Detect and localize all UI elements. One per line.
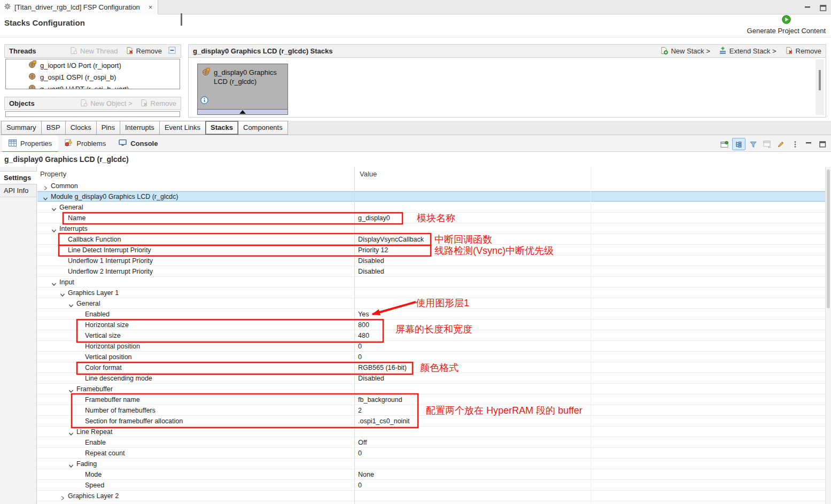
chevron-down-icon[interactable]	[51, 280, 57, 285]
property-row-name[interactable]: Nameg_display0	[37, 213, 826, 223]
property-value[interactable]: Yes	[358, 311, 369, 318]
canvas-scrollbar[interactable]	[816, 59, 824, 115]
edit-icon[interactable]	[775, 138, 787, 150]
property-row-vertical-position[interactable]: Vertical position0	[37, 352, 826, 362]
property-value[interactable]: Off	[358, 439, 367, 446]
sidebar-item-settings[interactable]: Settings	[0, 171, 37, 184]
maximize-icon[interactable]	[817, 138, 829, 150]
view-tab-console[interactable]: Console	[112, 136, 164, 152]
property-row-mode[interactable]: ModeNone	[37, 469, 826, 480]
config-tab-event-links[interactable]: Event Links	[159, 121, 206, 135]
property-row-line-detect-interrupt-priority[interactable]: Line Detect Interrupt PriorityPriority 1…	[37, 245, 826, 255]
property-row-line-repeat[interactable]: Line Repeat	[37, 427, 826, 437]
remove-object-button[interactable]: Remove	[140, 99, 176, 108]
property-row-general[interactable]: General	[37, 202, 826, 213]
property-row-line-descending-mode[interactable]: Line descending modeDisabled	[37, 373, 826, 384]
property-row-underflow-1-interrupt-priority[interactable]: Underflow 1 Interrupt PriorityDisabled	[37, 255, 826, 266]
tree-view-icon[interactable]	[732, 138, 745, 150]
thread-list-item[interactable]: g_ioport I/O Port (r_ioport)	[6, 59, 180, 71]
thread-list-scrollbar[interactable]	[181, 13, 182, 26]
property-row-speed[interactable]: Speed0	[37, 480, 826, 491]
property-row-common[interactable]: Common	[37, 181, 826, 191]
chevron-right-icon[interactable]	[60, 493, 65, 499]
view-tab-properties[interactable]: Properties	[2, 136, 58, 152]
thread-list-item[interactable]: g_ospi1 OSPI (r_ospi_b)	[6, 71, 180, 83]
remove-thread-button[interactable]: Remove	[126, 46, 162, 56]
editor-tab[interactable]: [Titan_driver_rgb_lcd] FSP Configuration…	[0, 0, 158, 14]
stack-node-expander[interactable]	[197, 110, 288, 115]
chevron-right-icon[interactable]	[43, 183, 48, 189]
property-value[interactable]: 0	[358, 449, 362, 457]
object-list[interactable]	[5, 111, 180, 117]
config-tab-pins[interactable]: Pins	[96, 121, 120, 135]
property-row-repeat-count[interactable]: Repeat count0	[37, 448, 826, 459]
info-icon[interactable]	[200, 96, 208, 106]
property-value[interactable]: Priority 12	[358, 246, 388, 254]
property-row-interrupts[interactable]: Interrupts	[37, 223, 826, 234]
property-value[interactable]: 0	[358, 353, 362, 361]
property-row-section-for-framebuffer-allocation[interactable]: Section for framebuffer allocation.ospi1…	[37, 416, 826, 427]
config-tab-summary[interactable]: Summary	[1, 121, 42, 135]
property-row-vertical-size[interactable]: Vertical size480	[37, 330, 826, 341]
config-tab-clocks[interactable]: Clocks	[65, 121, 97, 135]
remove-stack-button[interactable]: Remove	[785, 46, 821, 56]
stack-node-g-display0[interactable]: g_display0 Graphics LCD (r_glcdc)	[197, 64, 288, 115]
chevron-down-icon[interactable]	[51, 226, 57, 231]
pin-view-icon[interactable]	[718, 138, 731, 150]
chevron-down-icon[interactable]	[68, 461, 74, 467]
property-row-horizontal-size[interactable]: Horizontal size800	[37, 320, 826, 330]
thread-list-item[interactable]: g_uart8 UART (r_sci_b_uart)	[6, 83, 180, 89]
new-stack-button[interactable]: New Stack >	[660, 46, 710, 56]
property-value[interactable]: Disabled	[358, 375, 384, 382]
property-value[interactable]: 480	[358, 332, 369, 339]
property-value[interactable]: fb_background	[358, 396, 402, 404]
property-row-number-of-framebuffers[interactable]: Number of framebuffers2	[37, 405, 826, 416]
chevron-down-icon[interactable]	[43, 194, 48, 199]
property-row-enabled[interactable]: EnabledYes	[37, 309, 826, 320]
property-row-general[interactable]: General	[37, 298, 826, 309]
property-row-callback-function[interactable]: Callback FunctionDisplayVsyncCallback	[37, 234, 826, 245]
property-value[interactable]: 800	[358, 321, 369, 329]
minimize-icon[interactable]	[803, 138, 815, 150]
chevron-down-icon[interactable]	[68, 386, 74, 392]
chevron-down-icon[interactable]	[51, 205, 57, 210]
property-row-horizontal-position[interactable]: Horizontal position0	[37, 341, 826, 352]
property-value[interactable]: DisplayVsyncCallback	[358, 236, 424, 243]
new-object-button[interactable]: New Object >	[80, 99, 132, 108]
property-row-graphics-layer-1[interactable]: Graphics Layer 1	[37, 288, 826, 298]
generate-project-content-button[interactable]: Generate Project Content	[747, 15, 826, 35]
property-row-framebuffer[interactable]: Framebuffer	[37, 384, 826, 394]
chevron-down-icon[interactable]	[68, 301, 74, 306]
property-value[interactable]: .ospi1_cs0_noinit	[358, 417, 410, 425]
collapse-all-icon[interactable]	[168, 46, 176, 56]
property-row-graphics-layer-2[interactable]: Graphics Layer 2	[37, 491, 826, 501]
config-tab-bsp[interactable]: BSP	[41, 121, 66, 135]
close-icon[interactable]: ×	[149, 3, 153, 11]
config-tab-components[interactable]: Components	[238, 121, 288, 135]
sidebar-item-api-info[interactable]: API Info	[0, 184, 36, 197]
property-row-underflow-2-interrupt-priority[interactable]: Underflow 2 Interrupt PriorityDisabled	[37, 266, 826, 277]
property-row-framebuffer-name[interactable]: Framebuffer namefb_background	[37, 394, 826, 405]
property-row-color-format[interactable]: Color formatRGB565 (16-bit)	[37, 362, 826, 373]
property-value[interactable]: 0	[358, 343, 362, 350]
config-tab-interrupts[interactable]: Interrupts	[120, 121, 160, 135]
thread-list[interactable]: g_ioport I/O Port (r_ioport)g_ospi1 OSPI…	[5, 59, 180, 89]
chevron-down-icon[interactable]	[60, 290, 65, 296]
extend-stack-button[interactable]: Extend Stack >	[719, 46, 776, 56]
property-value[interactable]: Disabled	[358, 268, 384, 275]
property-value[interactable]: 0	[358, 482, 362, 489]
property-value[interactable]: Disabled	[358, 257, 384, 265]
stack-canvas[interactable]: g_display0 Graphics LCD (r_glcdc)	[188, 58, 826, 118]
property-row-module-g-display0-graphics-lcd-r-glcdc[interactable]: Module g_display0 Graphics LCD (r_glcdc)	[37, 191, 826, 202]
restore-defaults-icon[interactable]	[761, 138, 773, 150]
new-thread-button[interactable]: New Thread	[69, 46, 118, 56]
chevron-down-icon[interactable]	[68, 429, 74, 435]
property-value[interactable]: RGB565 (16-bit)	[358, 364, 407, 371]
config-tab-stacks[interactable]: Stacks	[205, 121, 238, 135]
window-maximize-icon[interactable]	[820, 4, 827, 13]
property-value[interactable]: g_display0	[358, 214, 390, 222]
property-value[interactable]: None	[358, 471, 374, 478]
property-row-input[interactable]: Input	[37, 277, 826, 288]
window-minimize-icon[interactable]	[804, 4, 811, 13]
property-row-fading[interactable]: Fading	[37, 459, 826, 469]
